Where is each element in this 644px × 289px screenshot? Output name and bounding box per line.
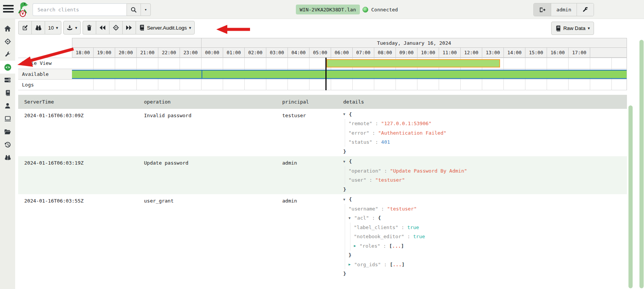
artifact-selector-dropdown[interactable]: Server.Audit.Logs ▾ (136, 21, 195, 35)
server-stack-icon (4, 77, 11, 83)
cell-details-json[interactable]: ▼{"username" : "testuser"▼"acl" : {"labe… (343, 194, 627, 289)
timeline-tick: 23:00 (180, 47, 202, 58)
json-collapse-icon[interactable]: ▼ (349, 216, 354, 220)
search-options-dropdown[interactable]: ▾ (141, 3, 151, 16)
logout-button[interactable] (534, 3, 551, 16)
timeline-bar-available[interactable] (72, 70, 627, 79)
timeline-tick: 16:00 (547, 47, 569, 58)
json-value: true (407, 225, 419, 230)
json-array-collapsed[interactable]: [ (389, 243, 392, 249)
table-scrollbar[interactable] (628, 105, 633, 288)
cell-operation: user_grant (144, 194, 282, 289)
json-line: } (343, 251, 627, 260)
json-expand-icon[interactable]: ▶ (349, 262, 354, 266)
json-value: "testuser" (375, 177, 405, 183)
json-line: "label_clients" : true (343, 223, 627, 232)
jump-forward-button[interactable] (122, 21, 136, 35)
json-value: 401 (381, 139, 390, 145)
download-icon (67, 25, 73, 31)
center-on-time-button[interactable] (109, 21, 122, 35)
json-value: { (349, 112, 352, 117)
history-icon (5, 141, 11, 148)
cell-server-time: 2024-01-16T06:03:55Z (24, 194, 144, 289)
json-indent-guide (343, 223, 349, 232)
json-collapse-icon[interactable]: ▼ (343, 112, 349, 116)
timeline-row-grid[interactable] (72, 69, 627, 80)
fast-forward-icon (126, 25, 132, 30)
sidebar-item-search-hosts[interactable] (0, 151, 15, 164)
rows-per-page-dropdown[interactable]: 10 ▾ (45, 21, 61, 35)
binoculars-icon (35, 25, 42, 31)
eye-icon (4, 64, 11, 71)
sidebar-item-host-information[interactable] (0, 112, 15, 125)
timeline-tick: 00:00 (202, 47, 223, 58)
sidebar-item-server-events[interactable] (0, 61, 15, 74)
json-line: ▼{ (343, 195, 627, 204)
json-value: "Authentication Failed" (378, 130, 446, 136)
jump-backward-button[interactable] (96, 21, 109, 35)
cell-principal: admin (282, 156, 343, 194)
client-search-group: ▾ (33, 3, 151, 16)
connected-dot-icon (363, 7, 368, 13)
timeline-row-grid[interactable] (72, 80, 627, 90)
json-line: "error" : "Authentication Failed" (343, 128, 627, 138)
settings-button[interactable] (577, 3, 594, 16)
sidebar-item-server-artifacts[interactable] (0, 74, 15, 86)
rows-per-page-value: 10 (48, 25, 54, 31)
sidebar-item-hunt-manager[interactable] (0, 35, 15, 48)
json-collapse-icon[interactable]: ▼ (343, 198, 349, 201)
json-line: ▼"acl" : { (343, 214, 627, 223)
search-button[interactable] (127, 3, 141, 16)
json-line: "username" : "testuser" (343, 204, 627, 214)
cell-details-json[interactable]: ▼{"remote" : "127.0.0.1:53906""error" : … (343, 109, 627, 156)
sidebar-item-virtual-filesystem[interactable] (0, 125, 15, 138)
sidebar-item-users[interactable] (0, 99, 15, 112)
page-scrollbar[interactable] (639, 40, 644, 288)
delete-events-button[interactable] (83, 21, 96, 35)
sidebar-item-client-flows[interactable] (0, 138, 15, 151)
current-user-button[interactable]: admin (551, 3, 577, 16)
connection-status-label: Connected (371, 7, 398, 13)
cell-principal: testuser (282, 109, 343, 156)
wrench-icon (582, 7, 588, 13)
wrench-icon (5, 51, 11, 58)
sidebar-item-home[interactable] (0, 22, 15, 35)
laptop-icon (4, 116, 11, 122)
timeline-bar-table-view[interactable] (327, 59, 500, 68)
hamburger-menu-icon[interactable] (3, 5, 14, 14)
search-clients-input[interactable] (33, 3, 127, 16)
table-row[interactable]: 2024-01-16T06:03:19ZUpdate passwordadmin… (18, 156, 627, 194)
download-dropdown[interactable]: ▾ (63, 21, 81, 35)
json-array-collapsed[interactable]: [ (390, 262, 393, 267)
timeline-tick: 20:00 (115, 47, 137, 58)
sidebar-item-view-artifacts[interactable] (0, 48, 15, 61)
column-header-principal[interactable]: principal (282, 99, 343, 105)
table-row[interactable]: 2024-01-16T06:03:09ZInvalid passwordtest… (18, 109, 627, 156)
timeline-cursor[interactable] (325, 58, 327, 90)
table-row[interactable]: 2024-01-16T06:03:55Zuser_grantadmin▼{"us… (18, 194, 627, 289)
timeline-tick: 13:00 (482, 47, 504, 58)
column-header-details[interactable]: details (343, 99, 627, 105)
json-collapse-icon[interactable]: ▼ (343, 160, 349, 163)
column-header-operation[interactable]: operation (144, 99, 282, 105)
column-header-servertime[interactable]: ServerTime (24, 99, 144, 105)
crosshair-icon (113, 25, 119, 31)
json-value: } (349, 252, 352, 258)
json-value: } (343, 149, 346, 154)
event-timeline[interactable]: Tuesday, January 16, 2024 18:0019:0020:0… (18, 38, 627, 90)
json-line: } (343, 185, 627, 194)
sidebar-item-notebooks[interactable] (0, 86, 15, 99)
current-user-label: admin (556, 7, 571, 13)
timeline-row-grid[interactable] (72, 58, 627, 69)
timeline-body[interactable]: Table ViewAvailableLogs (18, 58, 627, 90)
cell-details-json[interactable]: ▼{"operation" : "Update Password By Admi… (343, 156, 627, 194)
json-indent-guide (343, 166, 349, 176)
user-menu-group: admin (533, 3, 594, 16)
chevron-down-icon: ▾ (75, 26, 77, 30)
raw-data-dropdown[interactable]: Raw Data ▾ (551, 22, 594, 35)
binoculars-icon (5, 154, 11, 160)
timeline-row-label: Available (18, 69, 72, 80)
json-expand-icon[interactable]: ▶ (354, 244, 360, 248)
edit-notebook-button[interactable] (18, 21, 31, 35)
search-events-button[interactable] (31, 21, 45, 35)
